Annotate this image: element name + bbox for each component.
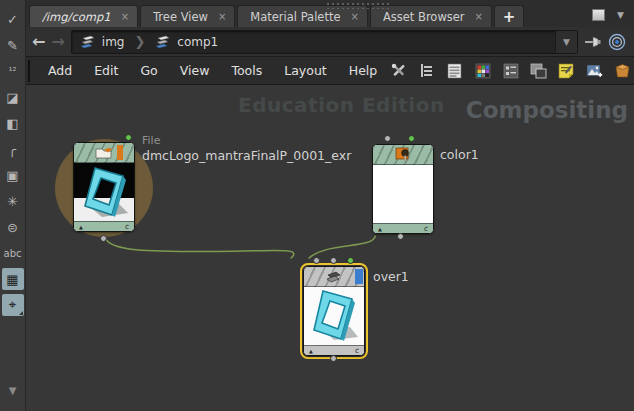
file-input-connector[interactable]: [125, 134, 132, 141]
menu-edit[interactable]: Edit: [84, 59, 128, 82]
wire-color-to-over[interactable]: [309, 236, 376, 259]
over-node-footer: ▲ c: [304, 345, 364, 355]
color-palette-button[interactable]: [473, 61, 492, 80]
file-output-connector[interactable]: [100, 235, 107, 242]
wire-file-to-over[interactable]: [105, 237, 294, 259]
node-over1[interactable]: ▲ c: [303, 266, 365, 356]
menu-help[interactable]: Help: [339, 59, 388, 82]
network-editor-canvas[interactable]: Education Edition Compositing: [26, 85, 634, 411]
prim-numbers-button[interactable]: ◧: [2, 110, 24, 136]
over-node-header[interactable]: [304, 267, 364, 287]
node-type-label: File: [142, 135, 351, 148]
blue-flag-bar[interactable]: [355, 269, 363, 284]
new-tab-button[interactable]: +: [494, 5, 524, 27]
flag-glyph[interactable]: ▲: [79, 224, 83, 230]
node-file[interactable]: ▲ c: [73, 142, 135, 232]
breadcrumb[interactable]: img ❯ comp1 ▼: [71, 30, 578, 54]
pane-maximize-button[interactable]: [592, 9, 605, 21]
color-node-swatch: [373, 165, 433, 223]
menu-go[interactable]: Go: [130, 59, 167, 82]
tab-label: Material Palette: [250, 10, 340, 24]
menu-view[interactable]: View: [170, 59, 220, 82]
point-numbers-icon: ¹²: [8, 66, 16, 77]
menu-scroll-handle[interactable]: [28, 60, 30, 82]
pivot-icon: ✳: [7, 194, 18, 209]
tab-tree-view[interactable]: Tree View ×: [140, 5, 235, 27]
breadcrumb-item-comp1[interactable]: comp1: [155, 35, 218, 49]
panes-icon: [530, 63, 547, 79]
curve-icon: ╭: [9, 142, 17, 157]
close-icon[interactable]: ×: [121, 11, 129, 22]
notes-list-button[interactable]: [445, 61, 464, 80]
menu-bar: Add Edit Go View Tools Layout Help: [26, 57, 634, 85]
pane-splitter-handle[interactable]: [326, 2, 390, 9]
text-tool-button[interactable]: abc: [2, 240, 24, 266]
node-over1-selection: ▲ c: [300, 263, 368, 359]
image-icon: ▦: [6, 272, 18, 287]
pin-button[interactable]: [584, 35, 602, 49]
wrench-icon: [390, 62, 407, 79]
locate-tool-button[interactable]: ⌖: [2, 294, 24, 316]
point-numbers-button[interactable]: ¹²: [2, 58, 24, 84]
tree-view-button[interactable]: [417, 61, 436, 80]
color-node-label[interactable]: color1: [440, 147, 479, 162]
color-input-connector-2[interactable]: [408, 135, 415, 142]
curve-tool-button[interactable]: ╭: [2, 136, 24, 162]
node-color1[interactable]: ▲ c: [372, 144, 434, 234]
pivot-tool-button[interactable]: ✳: [2, 188, 24, 214]
pin-icon: [584, 35, 602, 49]
select-tool-button[interactable]: ✓: [2, 6, 24, 32]
submenu-corner: [19, 311, 23, 315]
over-input-connector-1[interactable]: [313, 257, 320, 264]
color-node-header[interactable]: [373, 145, 433, 165]
palette-icon: [475, 63, 491, 79]
flag-glyph[interactable]: ▲: [309, 348, 313, 354]
panes-button[interactable]: [529, 61, 548, 80]
rail-overflow-button[interactable]: ▼: [2, 377, 24, 403]
orange-flag-bar[interactable]: [117, 145, 123, 160]
handle-box-button[interactable]: ▣: [2, 162, 24, 188]
color-output-connector[interactable]: [397, 233, 404, 240]
close-icon[interactable]: ×: [218, 11, 226, 22]
document-icon: [447, 63, 462, 79]
file-node-footer: ▲ c: [74, 221, 134, 231]
add-image-button[interactable]: [585, 61, 604, 80]
over-input-connector-2[interactable]: [330, 257, 337, 264]
flag-glyph[interactable]: ▲: [378, 226, 382, 232]
over-input-connector-mask[interactable]: [347, 257, 354, 264]
prim-tool-button[interactable]: ◪: [2, 84, 24, 110]
network-nav-bar: ← → img ❯ comp1 ▼: [26, 27, 634, 57]
forward-button[interactable]: →: [51, 34, 64, 50]
close-icon[interactable]: ×: [475, 11, 483, 22]
menu-add[interactable]: Add: [38, 59, 82, 82]
node-name-label: over1: [373, 269, 409, 284]
sticky-note-button[interactable]: [557, 61, 576, 80]
cook-glyph[interactable]: c: [424, 225, 428, 233]
menu-layout[interactable]: Layout: [274, 59, 337, 82]
sticky-note-icon: [558, 62, 575, 79]
prim-icon: ◪: [6, 90, 18, 105]
follow-focus-button[interactable]: [608, 33, 626, 51]
over-node-label[interactable]: over1: [373, 269, 409, 284]
close-icon[interactable]: ×: [351, 11, 359, 22]
pane-menu-caret[interactable]: ▼: [617, 10, 624, 20]
file-node-header[interactable]: [74, 143, 134, 163]
cook-glyph[interactable]: c: [125, 223, 129, 231]
over-output-connector[interactable]: [330, 355, 337, 362]
circle-tool-button[interactable]: ⊜: [2, 214, 24, 240]
back-button[interactable]: ←: [32, 34, 45, 50]
color-input-connector[interactable]: [384, 135, 391, 142]
menu-tools[interactable]: Tools: [221, 59, 272, 82]
gallery-box-button[interactable]: [613, 61, 632, 80]
cook-glyph[interactable]: c: [355, 347, 359, 355]
location-pin-icon: ⌖: [9, 297, 16, 313]
pen-tool-button[interactable]: ✎: [2, 32, 24, 58]
tools-button[interactable]: [389, 61, 408, 80]
parameter-grid-button[interactable]: [501, 61, 520, 80]
tab-img-comp1[interactable]: /img/comp1 ×: [29, 5, 138, 27]
path-dropdown-button[interactable]: ▼: [555, 31, 577, 53]
prim-numbers-icon: ◧: [6, 116, 18, 131]
image-plane-button[interactable]: ▦: [2, 268, 24, 290]
file-node-label[interactable]: File dmcLogo_mantraFinalP_0001_exr: [142, 135, 351, 163]
breadcrumb-item-img[interactable]: img: [80, 35, 125, 49]
